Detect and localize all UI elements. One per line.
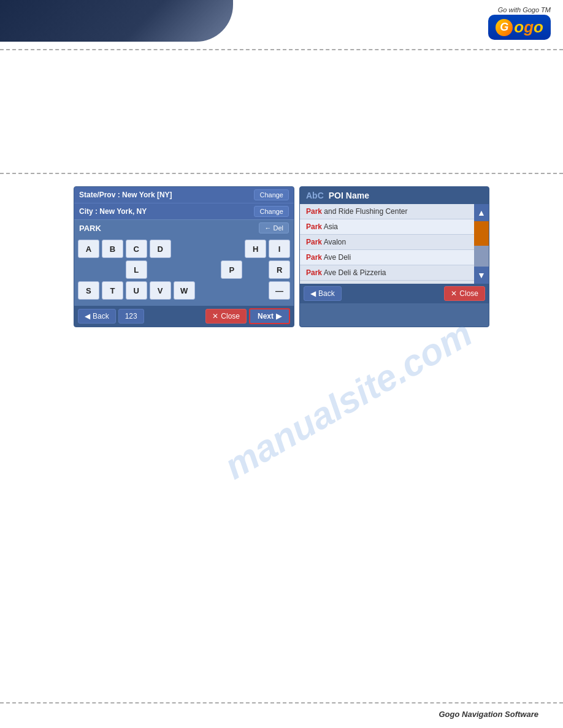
keyboard-bottom-bar: ◀ Back 123 ✕ Close Next ▶ — [74, 306, 294, 327]
ui-container: State/Prov : New York [NY] Change City :… — [74, 186, 489, 327]
key-dash[interactable]: — — [269, 281, 290, 300]
poi-match-3: Park — [306, 238, 322, 246]
search-input-display: PARK — [79, 224, 256, 233]
key-spacer-M — [150, 260, 171, 279]
poi-bottom-bar: ◀ Back ✕ Close — [300, 284, 489, 303]
close-x-icon: ✕ — [212, 312, 218, 320]
poi-item-1[interactable]: Park and Ride Flushing Center — [300, 204, 489, 219]
poi-match-1: Park — [306, 207, 322, 216]
poi-rest-3: Avalon — [322, 238, 346, 246]
section-bottom — [0, 339, 563, 634]
state-change-button[interactable]: Change — [254, 189, 289, 200]
poi-list-area: ▲ ▼ Park and Ride Flushing Center Park A… — [300, 204, 489, 284]
footer-text: Gogo Navigation Software — [439, 710, 538, 719]
poi-item-2[interactable]: Park Asia — [300, 219, 489, 235]
poi-header-title: POI Name — [329, 191, 369, 200]
keyboard-panel: State/Prov : New York [NY] Change City :… — [74, 186, 294, 327]
key-U[interactable]: U — [126, 281, 147, 300]
poi-panel: AbC POI Name ▲ ▼ Park and Ride Flushing … — [299, 186, 489, 327]
key-S[interactable]: S — [78, 281, 99, 300]
poi-item-3[interactable]: Park Avalon — [300, 235, 489, 250]
footer-divider — [0, 702, 563, 703]
input-row: PARK ← Del — [74, 219, 294, 236]
key-row-2: L P R — [78, 260, 290, 279]
key-spacer-J — [78, 260, 99, 279]
key-V[interactable]: V — [150, 281, 171, 300]
scroll-down-button[interactable]: ▼ — [474, 267, 489, 284]
logo-g-icon: G — [496, 19, 513, 36]
key-spacer-Y — [221, 281, 242, 300]
poi-match-5: Park — [306, 268, 322, 277]
backspace-icon: ← — [264, 224, 271, 232]
logo-main: G ogo — [488, 15, 551, 40]
key-spacer-N — [174, 260, 195, 279]
header-dark-shape — [0, 0, 233, 42]
poi-rest-5: Ave Deli & Pizzeria — [322, 268, 386, 277]
poi-match-2: Park — [306, 222, 322, 231]
section-top — [0, 50, 563, 173]
poi-match-4: Park — [306, 253, 322, 262]
delete-button[interactable]: ← Del — [259, 222, 289, 233]
city-change-button[interactable]: Change — [254, 206, 289, 217]
logo-text: ogo — [514, 18, 543, 37]
key-B[interactable]: B — [102, 240, 123, 258]
city-row: City : New York, NY Change — [74, 203, 294, 219]
scroll-track — [474, 221, 489, 267]
next-button[interactable]: Next ▶ — [249, 308, 290, 324]
key-spacer-Z — [245, 281, 266, 300]
state-label: State/Prov : New York [NY] — [79, 191, 251, 199]
close-button[interactable]: ✕ Close — [205, 309, 247, 324]
abc-icon: AbC — [306, 191, 324, 200]
logo-tagline: Go with Gogo TM — [488, 6, 551, 13]
key-spacer-F — [197, 240, 218, 258]
back-arrow-icon: ◀ — [85, 312, 90, 320]
poi-rest-2: Asia — [322, 222, 338, 231]
key-spacer-X — [197, 281, 219, 300]
key-spacer-O — [197, 260, 218, 279]
poi-item-4[interactable]: Park Ave Deli — [300, 250, 489, 265]
key-spacer-K — [102, 260, 123, 279]
key-D[interactable]: D — [150, 240, 171, 258]
keyboard-keys-area: A B C D H I L P — [74, 236, 294, 306]
key-row-3: S T U V W — — [78, 281, 290, 300]
poi-close-button[interactable]: ✕ Close — [444, 286, 485, 301]
back-button[interactable]: ◀ Back — [78, 309, 116, 324]
key-R[interactable]: R — [269, 260, 290, 279]
key-A[interactable]: A — [78, 240, 99, 258]
key-I[interactable]: I — [269, 240, 290, 258]
key-W[interactable]: W — [174, 281, 195, 300]
poi-rest-1: and Ride Flushing Center — [322, 207, 407, 216]
scroll-up-button[interactable]: ▲ — [474, 204, 489, 221]
poi-close-x-icon: ✕ — [451, 289, 457, 298]
section-middle: State/Prov : New York [NY] Change City :… — [0, 174, 563, 339]
header: Go with Gogo TM G ogo — [0, 0, 563, 49]
poi-back-arrow-icon: ◀ — [310, 289, 316, 298]
tm-symbol: TM — [541, 6, 551, 13]
poi-item-5[interactable]: Park Ave Deli & Pizzeria — [300, 265, 489, 281]
poi-back-button[interactable]: ◀ Back — [304, 286, 342, 301]
city-label: City : New York, NY — [79, 207, 251, 216]
key-C[interactable]: C — [126, 240, 147, 258]
logo-area: Go with Gogo TM G ogo — [488, 6, 551, 40]
key-H[interactable]: H — [245, 240, 266, 258]
key-spacer-E — [174, 240, 195, 258]
poi-header: AbC POI Name — [300, 187, 489, 204]
key-row-1: A B C D H I — [78, 240, 290, 258]
key-T[interactable]: T — [102, 281, 123, 300]
next-arrow-icon: ▶ — [276, 312, 282, 320]
key-spacer-G — [221, 240, 242, 258]
key-P[interactable]: P — [221, 260, 242, 279]
state-row: State/Prov : New York [NY] Change — [74, 187, 294, 203]
key-L[interactable]: L — [126, 260, 147, 279]
key-spacer-Q — [245, 260, 266, 279]
scroll-thumb — [474, 221, 489, 246]
poi-rest-4: Ave Deli — [322, 253, 351, 262]
numeric-toggle-button[interactable]: 123 — [118, 309, 144, 324]
